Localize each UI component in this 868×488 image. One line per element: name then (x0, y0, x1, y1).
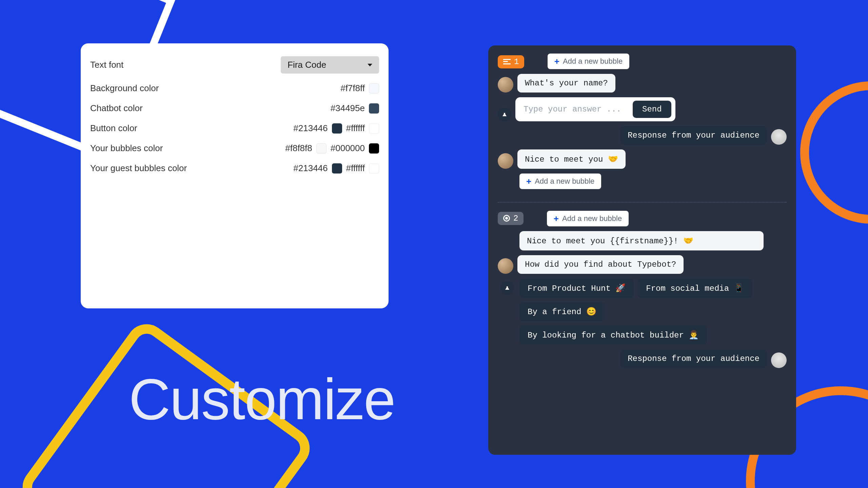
avatar (498, 77, 513, 93)
collapse-arrow-button[interactable] (500, 281, 514, 295)
add-bubble-button[interactable]: + Add a new bubble (548, 54, 629, 69)
decoration-orange-ring (800, 81, 868, 224)
text-font-row: Text font Fira Code (90, 52, 379, 78)
block-badge-1[interactable]: 1 (498, 55, 524, 68)
chat-row-bot-1: What's your name? (498, 74, 787, 93)
chatbot-color-swatch[interactable] (369, 103, 379, 114)
add-bubble-label: Add a new bubble (562, 214, 622, 223)
button-color-swatch1[interactable] (332, 123, 342, 134)
input-placeholder: Type your answer ... (524, 105, 629, 114)
button-color-row: Button color #213446 #ffffff (90, 118, 379, 138)
chat-row-bot-2: Nice to meet you 🤝 (498, 149, 787, 169)
background-color-swatch[interactable] (369, 83, 379, 94)
avatar (771, 352, 787, 368)
chat-preview-panel: 1 + Add a new bubble What's your name? T… (488, 45, 796, 455)
choice-options: From Product Hunt 🚀 From social media 📱 … (498, 279, 787, 345)
bot-bubble[interactable]: How did you find about Typebot? (517, 255, 684, 274)
send-button[interactable]: Send (633, 101, 671, 118)
bot-bubble[interactable]: What's your name? (517, 74, 615, 93)
add-bubble-label: Add a new bubble (563, 57, 623, 66)
bot-bubble[interactable]: Nice to meet you {{firstname}}! 🤝 (519, 231, 764, 250)
chatbot-color-row: Chatbot color #34495e (90, 98, 379, 118)
your-bubbles-hex2: #000000 (331, 143, 365, 154)
text-input-bubble[interactable]: Type your answer ... Send (515, 97, 675, 121)
chat-row-response-2: Response from your audience (498, 349, 787, 368)
avatar (771, 129, 787, 145)
response-bubble: Response from your audience (620, 126, 767, 145)
choice-option[interactable]: From Product Hunt 🚀 (519, 279, 634, 298)
your-bubbles-color-row: Your bubbles color #f8f8f8 #000000 (90, 138, 379, 158)
background-color-hex: #f7f8ff (340, 83, 365, 94)
add-bubble-button[interactable]: + Add a new bubble (519, 174, 601, 189)
button-color-hex2: #ffffff (346, 123, 365, 134)
collapse-arrow-button[interactable] (498, 108, 511, 121)
plus-icon: + (526, 177, 531, 186)
your-bubbles-swatch2[interactable] (369, 143, 379, 154)
chevron-down-icon (368, 64, 372, 66)
block-badge-2[interactable]: 2 (498, 212, 524, 225)
chat-row-response-1: Response from your audience (498, 126, 787, 145)
arrow-up-icon (505, 286, 509, 290)
choice-block-icon (503, 215, 510, 222)
guest-bubbles-hex1: #213446 (293, 163, 328, 174)
chatbot-color-hex: #34495e (331, 103, 365, 114)
your-bubbles-swatch1[interactable] (316, 143, 327, 154)
add-bubble-button[interactable]: + Add a new bubble (547, 211, 629, 226)
block-divider (498, 202, 787, 203)
block-number-1: 1 (514, 57, 519, 66)
background-color-row: Background color #f7f8ff (90, 78, 379, 98)
guest-bubbles-swatch1[interactable] (332, 163, 342, 174)
plus-icon: + (554, 57, 559, 66)
add-bubble-label: Add a new bubble (535, 177, 594, 186)
avatar (498, 258, 513, 274)
your-bubbles-color-label: Your bubbles color (90, 143, 163, 154)
background-color-label: Background color (90, 83, 159, 94)
guest-bubbles-swatch2[interactable] (369, 163, 379, 174)
text-font-label: Text font (90, 60, 123, 70)
guest-bubbles-color-row: Your guest bubbles color #213446 #ffffff (90, 158, 379, 178)
customize-panel: Text font Fira Code Background color #f7… (81, 43, 389, 308)
plus-icon: + (554, 214, 559, 223)
button-color-label: Button color (90, 123, 137, 134)
font-select-value: Fira Code (288, 60, 326, 70)
guest-bubbles-color-label: Your guest bubbles color (90, 163, 187, 174)
choice-option[interactable]: From social media 📱 (638, 279, 752, 298)
avatar (498, 153, 513, 169)
page-title: Customize (129, 366, 395, 432)
chat-row-bot-3: How did you find about Typebot? (498, 255, 787, 274)
button-color-swatch2[interactable] (369, 123, 379, 134)
your-bubbles-hex1: #f8f8f8 (285, 143, 312, 154)
chat-row-input: Type your answer ... Send (498, 97, 787, 121)
choice-option[interactable]: By a friend 😊 (519, 302, 605, 321)
arrow-up-icon (502, 113, 507, 116)
text-block-icon (503, 59, 511, 64)
bot-bubble[interactable]: Nice to meet you 🤝 (517, 149, 626, 169)
response-bubble: Response from your audience (620, 349, 767, 368)
block-number-2: 2 (513, 214, 518, 223)
guest-bubbles-hex2: #ffffff (346, 163, 365, 174)
font-select[interactable]: Fira Code (281, 56, 379, 74)
button-color-hex1: #213446 (293, 123, 328, 134)
chatbot-color-label: Chatbot color (90, 103, 143, 114)
choice-option[interactable]: By looking for a chatbot builder 👨‍💼 (519, 325, 707, 345)
